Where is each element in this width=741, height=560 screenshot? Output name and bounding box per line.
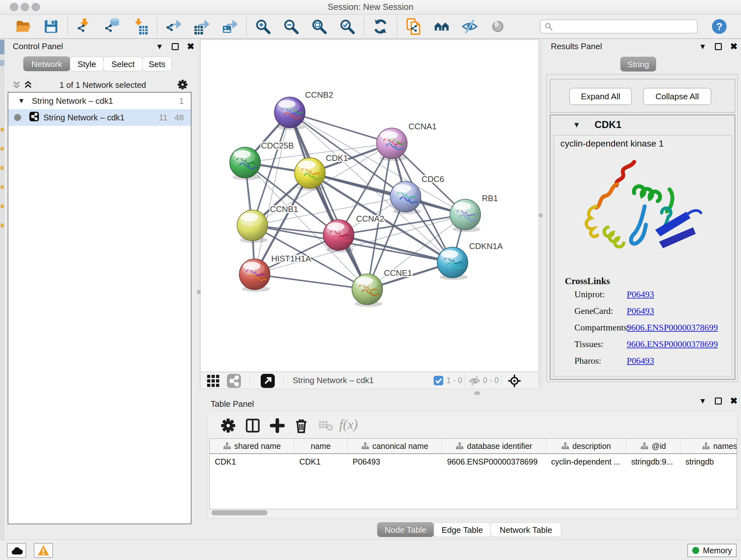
status-bar: Memory xyxy=(0,540,741,560)
search-box[interactable] xyxy=(540,19,697,34)
memory-label: Memory xyxy=(703,546,732,555)
tab-node-table[interactable]: Node Table xyxy=(377,522,434,537)
delete-column-icon[interactable] xyxy=(293,417,310,434)
tab-edge-table[interactable]: Edge Table xyxy=(434,522,491,537)
import-table-icon[interactable] xyxy=(132,18,149,35)
column-header-canonical-name[interactable]: canonical name xyxy=(347,439,442,453)
table-gear-icon[interactable] xyxy=(220,417,237,434)
node-label-CCNE1: CCNE1 xyxy=(384,268,412,278)
zoom-in-icon[interactable] xyxy=(254,18,272,35)
table-cell: stringdb xyxy=(680,454,737,469)
refresh-icon[interactable] xyxy=(372,18,389,35)
crosslink-value: P06493 xyxy=(627,356,654,366)
network-edge-CCNB2-CCNA1[interactable] xyxy=(290,112,392,143)
network-label: String Network – cdk1 xyxy=(44,113,152,123)
column-header-namespace[interactable]: namespace xyxy=(680,439,737,453)
hide-eye-icon[interactable] xyxy=(461,18,478,35)
network-view-canvas[interactable]: CCNB2CCNA1CDC25BCDK1CDC6RB1CCNB1CCNA2CDK… xyxy=(200,40,539,372)
memory-button[interactable]: Memory xyxy=(687,544,737,557)
panel-close-icon[interactable]: ✖ xyxy=(187,42,194,51)
right-splitter[interactable] xyxy=(539,40,542,389)
expand-all-button[interactable]: Expand All xyxy=(569,88,632,105)
zoom-fit-icon[interactable] xyxy=(311,18,328,35)
tab-network-table[interactable]: Network Table xyxy=(490,522,561,537)
panel-close-icon[interactable]: ✖ xyxy=(730,42,738,51)
toolbar-separator xyxy=(67,17,68,36)
selected-count-badge: 1 - 0 xyxy=(447,376,462,385)
tab-string[interactable]: String xyxy=(620,57,656,71)
results-panel-window-icons: ▼ ✖ xyxy=(699,42,738,51)
crosslink-link[interactable]: 9606.ENSP00000378699 xyxy=(627,322,718,332)
toolbar-separator xyxy=(157,17,157,36)
zoom-out-icon[interactable] xyxy=(282,18,300,35)
tab-style[interactable]: Style xyxy=(70,57,104,71)
open-file-icon[interactable] xyxy=(14,18,31,35)
column-header-database-identifier[interactable]: database identifier xyxy=(442,439,546,453)
export-network-icon[interactable] xyxy=(165,18,182,35)
table-row[interactable]: CDK1CDK1P064939606.ENSP00000378699cyclin… xyxy=(210,454,737,469)
cloud-status-button[interactable] xyxy=(7,543,26,558)
search-input[interactable] xyxy=(555,22,693,31)
background-window-fragment xyxy=(0,40,4,54)
save-session-icon[interactable] xyxy=(43,18,60,35)
node-label-CDC6: CDC6 xyxy=(421,174,444,184)
left-splitter[interactable] xyxy=(198,40,200,389)
column-header-shared-name[interactable]: shared name xyxy=(210,439,294,453)
column-header-description[interactable]: description xyxy=(546,439,626,453)
birdseye-crosshair-icon[interactable] xyxy=(507,374,522,389)
table-type-tabs: Node TableEdge TableNetwork Table xyxy=(378,522,561,537)
control-panel-tabs: NetworkStyleSelectSets xyxy=(23,57,172,71)
network-list-item[interactable]: String Network – cdk1 11 48 xyxy=(8,109,191,126)
crosslink-link[interactable]: P06493 xyxy=(627,306,654,316)
grid-view-icon[interactable] xyxy=(207,375,219,388)
zoom-selected-icon[interactable] xyxy=(339,18,356,35)
network-list-item[interactable]: ▼ String Network – cdk1 1 xyxy=(8,92,191,109)
table-body: CDK1CDK1P064939606.ENSP00000378699cyclin… xyxy=(210,454,737,469)
add-column-icon[interactable] xyxy=(269,417,286,434)
background-window-fragment xyxy=(0,60,4,66)
panel-float-icon[interactable] xyxy=(715,397,722,405)
gene-section-header[interactable]: ▼ CDK1 xyxy=(550,115,735,135)
panel-menu-icon[interactable]: ▼ xyxy=(699,397,706,405)
homes-icon[interactable] xyxy=(433,18,450,35)
crosslink-link[interactable]: P06493 xyxy=(627,356,654,366)
function-builder-icon: f(x) xyxy=(339,417,358,432)
tree-expander-icon[interactable]: ▼ xyxy=(18,97,25,105)
show-columns-icon[interactable] xyxy=(245,417,261,434)
warning-status-button[interactable] xyxy=(34,543,53,558)
import-network-file-icon[interactable] xyxy=(76,18,93,35)
help-icon[interactable]: ? xyxy=(711,18,728,35)
network-view-toolbar: String Network – cdk1 1 - 0 0 - 0 xyxy=(200,372,539,389)
table-horizontal-scrollbar[interactable] xyxy=(212,510,267,515)
collapse-all-button[interactable]: Collapse All xyxy=(643,88,711,105)
collapse-gene-icon[interactable]: ▼ xyxy=(573,120,581,129)
export-image-icon[interactable] xyxy=(221,18,239,35)
gray-orb-icon[interactable] xyxy=(489,18,507,35)
table-cell: cyclin-dependent ... xyxy=(546,454,626,469)
open-in-new-window-icon[interactable] xyxy=(261,374,275,389)
network-edge-CCNE1-HIST1H1A[interactable] xyxy=(255,274,367,289)
export-table-icon[interactable] xyxy=(193,18,210,35)
column-header-name[interactable]: name xyxy=(294,439,347,453)
crosslink-label: Compartments: xyxy=(575,322,630,333)
share-network-icon[interactable] xyxy=(227,374,241,389)
crosslink-link[interactable]: 9606.ENSP00000378699 xyxy=(627,339,718,349)
network-list-gear-icon[interactable] xyxy=(177,79,188,91)
crosslink-link[interactable]: P06493 xyxy=(627,289,654,299)
panel-close-icon[interactable]: ✖ xyxy=(730,396,738,406)
expand-all-networks-icon[interactable] xyxy=(23,80,32,91)
collapse-all-networks-icon[interactable] xyxy=(12,80,21,91)
panel-menu-icon[interactable]: ▼ xyxy=(156,43,163,51)
share-document-icon[interactable] xyxy=(405,18,422,35)
attribute-tree-icon xyxy=(640,442,649,450)
panel-menu-icon[interactable]: ▼ xyxy=(699,43,706,51)
tab-sets[interactable]: Sets xyxy=(142,57,172,71)
horizontal-splitter[interactable] xyxy=(200,389,741,397)
selected-nodes-checkbox[interactable] xyxy=(434,376,443,385)
tab-select[interactable]: Select xyxy=(104,57,143,71)
column-header-@id[interactable]: @id xyxy=(626,439,680,453)
panel-float-icon[interactable] xyxy=(172,43,179,50)
tab-network[interactable]: Network xyxy=(23,57,70,71)
panel-float-icon[interactable] xyxy=(715,43,722,50)
import-network-database-icon[interactable] xyxy=(104,18,121,35)
